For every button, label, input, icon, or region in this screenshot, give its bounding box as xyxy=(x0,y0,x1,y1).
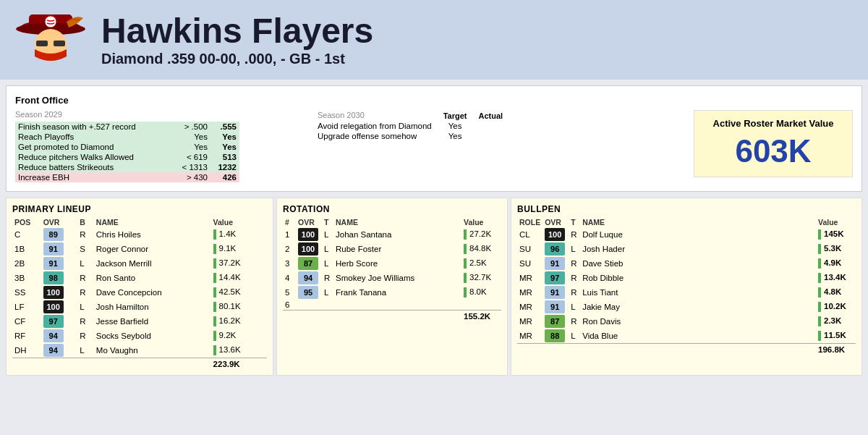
bullpen-row: MR 88 L Vida Blue 11.5K xyxy=(517,329,856,344)
rotation-row: 3 87 L Herb Score 2.5K xyxy=(283,256,501,271)
bullpen-header-role: ROLE xyxy=(517,217,542,227)
rotation-section: ROTATION # OVR T NAME Value 1 100 L Joha… xyxy=(276,198,508,376)
player-pos: 1B xyxy=(12,242,41,256)
lineup-header-pos: POS xyxy=(12,217,41,227)
player-value: 9.2K xyxy=(211,329,267,343)
player-value: 13.6K xyxy=(211,343,267,358)
bullpen-row: MR 91 L Jakie May 10.2K xyxy=(517,300,856,314)
lineup-row: SS 100 R Dave Concepcion 42.5K xyxy=(12,285,267,300)
bullpen-role: SU xyxy=(517,256,542,271)
goal-row-2030: Upgrade offense somehow Yes xyxy=(312,131,509,141)
bullpen-row: CL 100 R Dolf Luque 145K xyxy=(517,227,856,242)
bullpen-name: Josh Hader xyxy=(580,242,816,256)
rotation-header-ovr: OVR xyxy=(296,217,322,227)
bullpen-throws: L xyxy=(569,242,580,256)
bullpen-throws: R xyxy=(569,314,580,329)
rotation-row: 2 100 L Rube Foster 84.8K xyxy=(283,242,501,256)
bullpen-row: MR 87 R Ron Davis 2.3K xyxy=(517,314,856,329)
goal-target: < 1313 xyxy=(174,162,210,172)
goals-table-2030: Season 2030 Target Actual Avoid relegati… xyxy=(312,110,509,141)
bullpen-name: Ron Davis xyxy=(580,314,816,329)
player-name: Jesse Barfield xyxy=(94,314,211,329)
rotation-num: 4 xyxy=(283,271,296,285)
rotation-header-num: # xyxy=(283,217,296,227)
bullpen-section: BULLPEN ROLE OVR T NAME Value CL 100 R D… xyxy=(511,198,862,376)
rotation-ovr: 94 xyxy=(296,271,322,285)
bullpen-header-t: T xyxy=(569,217,580,227)
bullpen-value: 10.2K xyxy=(816,300,856,314)
bullpen-ovr: 97 xyxy=(542,271,569,285)
player-bats: S xyxy=(77,242,94,256)
lineup-total-row: 223.9K xyxy=(12,358,267,370)
player-ovr: 98 xyxy=(41,271,78,285)
bullpen-role: MR xyxy=(517,329,542,344)
goal-label: Get promoted to Diamond xyxy=(15,142,174,152)
market-value-label: Active Roster Market Value xyxy=(709,118,838,129)
goal-actual: 1232 xyxy=(210,162,239,172)
rotation-table: # OVR T NAME Value 1 100 L Johan Santana… xyxy=(283,217,501,321)
player-ovr: 94 xyxy=(41,343,78,358)
player-ovr: 97 xyxy=(41,314,78,329)
rotation-throws: R xyxy=(322,271,333,285)
goal-row: Get promoted to Diamond Yes Yes xyxy=(15,142,239,152)
goal-row: Finish season with +.527 record > .500 .… xyxy=(15,122,239,132)
player-name: Socks Seybold xyxy=(94,329,211,343)
player-ovr: 100 xyxy=(41,285,78,300)
rotation-row: 5 95 L Frank Tanana 8.0K xyxy=(283,285,501,300)
goals-2029: Season 2029 Finish season with +.527 rec… xyxy=(15,110,239,182)
goal-actual: Yes xyxy=(210,132,239,142)
rotation-total-value: 155.2K xyxy=(461,311,501,322)
rotation-value: 2.5K xyxy=(461,256,501,271)
bullpen-total-value: 196.8K xyxy=(816,344,856,355)
goal-actual xyxy=(473,131,509,141)
bullpen-value: 11.5K xyxy=(816,329,856,344)
bottom-section: PRIMARY LINEUP POS OVR B NAME Value C 89… xyxy=(6,198,862,376)
rotation-throws: L xyxy=(322,227,333,242)
rotation-throws: L xyxy=(322,256,333,271)
player-value: 14.4K xyxy=(211,271,267,285)
rotation-ovr: 95 xyxy=(296,285,322,300)
bullpen-role: MR xyxy=(517,300,542,314)
bullpen-ovr: 91 xyxy=(542,300,569,314)
player-pos: C xyxy=(12,227,41,242)
bullpen-name: Vida Blue xyxy=(580,329,816,344)
bullpen-role: MR xyxy=(517,314,542,329)
player-bats: R xyxy=(77,285,94,300)
player-bats: L xyxy=(77,256,94,271)
lineup-section: PRIMARY LINEUP POS OVR B NAME Value C 89… xyxy=(6,198,273,376)
player-ovr: 91 xyxy=(41,256,78,271)
player-pos: DH xyxy=(12,343,41,358)
rotation-value: 32.7K xyxy=(461,271,501,285)
goal-actual: .555 xyxy=(210,122,239,132)
player-name: Ron Santo xyxy=(94,271,211,285)
player-name: Jackson Merrill xyxy=(94,256,211,271)
lineup-row: CF 97 R Jesse Barfield 16.2K xyxy=(12,314,267,329)
lineup-row: 1B 91 S Roger Connor 9.1K xyxy=(12,242,267,256)
goal-target: > .500 xyxy=(174,122,210,132)
lineup-header-name: NAME xyxy=(94,217,211,227)
team-info: Hawkins Flayers Diamond .359 00-00, .000… xyxy=(101,12,373,67)
goal-label: Reduce pitchers Walks Allowed xyxy=(15,152,174,162)
player-value: 1.4K xyxy=(211,227,267,242)
player-ovr: 94 xyxy=(41,329,78,343)
bullpen-row: SU 91 R Dave Stieb 4.9K xyxy=(517,256,856,271)
rotation-ovr: 87 xyxy=(296,256,322,271)
team-logo xyxy=(14,7,87,72)
team-subtitle: Diamond .359 00-00, .000, - GB - 1st xyxy=(101,51,373,67)
bullpen-throws: R xyxy=(569,227,580,242)
rotation-row: 6 xyxy=(283,300,501,311)
bullpen-role: CL xyxy=(517,227,542,242)
bullpen-header-name: NAME xyxy=(580,217,816,227)
goal-target: Yes xyxy=(438,131,473,141)
lineup-title: PRIMARY LINEUP xyxy=(12,204,267,214)
bullpen-value: 13.4K xyxy=(816,271,856,285)
goal-label: Increase EBH xyxy=(15,172,174,182)
rotation-name: Rube Foster xyxy=(333,242,461,256)
lineup-row: RF 94 R Socks Seybold 9.2K xyxy=(12,329,267,343)
rotation-name: Herb Score xyxy=(333,256,461,271)
goal-label: Reduce batters Strikeouts xyxy=(15,162,174,172)
goal-target: > 430 xyxy=(174,172,210,182)
goal-actual: Yes xyxy=(210,142,239,152)
bullpen-header-ovr: OVR xyxy=(542,217,569,227)
player-name: Josh Hamilton xyxy=(94,300,211,314)
